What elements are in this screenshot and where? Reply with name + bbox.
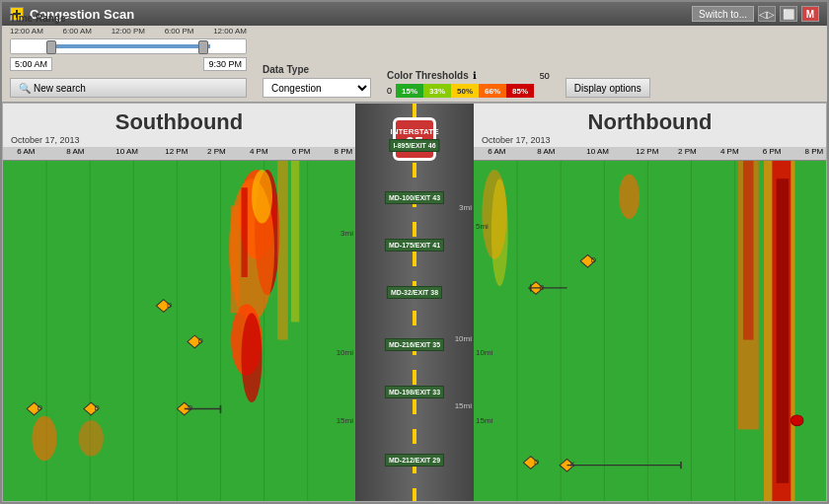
- slider-track: [46, 44, 211, 48]
- ct-range-min: 0: [387, 86, 392, 96]
- svg-rect-16: [231, 205, 239, 313]
- svg-text:D: D: [197, 338, 202, 344]
- highway-panel: INTERSTATE 95 I-895/EXIT 46 MD-100/EXIT …: [355, 104, 474, 501]
- svg-point-20: [32, 416, 56, 461]
- ct-seg-33: 33%: [423, 84, 451, 98]
- exit-md100: MD-100/EXIT 43: [385, 191, 444, 204]
- sb-time-8pm: 8 PM: [335, 147, 353, 156]
- main-content: Southbound October 17, 2013 6 AM 8 AM 10…: [2, 103, 827, 502]
- sb-mile-10: 10mi: [337, 348, 353, 357]
- nb-time-2pm: 2 PM: [678, 147, 697, 156]
- nb-heatmap-svg: D D D K: [474, 161, 826, 501]
- toolbar: Time Range 12:00 AM 6:00 AM 12:00 PM 6:0…: [2, 26, 827, 103]
- ct-seg-85: 85%: [506, 84, 534, 98]
- expand-button[interactable]: ⬜: [780, 6, 797, 22]
- exit-md32: MD-32/EXIT 38: [387, 286, 442, 299]
- share-button[interactable]: ◁▷: [758, 6, 776, 22]
- svg-rect-46: [743, 161, 754, 340]
- ct-seg-66: 66%: [479, 84, 506, 98]
- sb-time-10am: 10 AM: [115, 147, 138, 156]
- data-type-label: Data Type: [263, 64, 371, 75]
- time-range-group: Time Range 12:00 AM 6:00 AM 12:00 PM 6:0…: [10, 13, 247, 98]
- svg-rect-2: [3, 161, 355, 501]
- nb-time-8am: 8 AM: [537, 147, 555, 156]
- northbound-date: October 17, 2013: [480, 135, 553, 145]
- c-mile-3: 3mi: [459, 203, 472, 212]
- display-options-group: Display options: [565, 58, 650, 98]
- svg-rect-19: [291, 161, 299, 322]
- time-end-value: 9:30 PM: [203, 57, 247, 71]
- time-range-label: Time Range: [10, 13, 247, 24]
- exit-md212: MD-212/EXIT 29: [385, 454, 444, 467]
- svg-point-50: [791, 415, 803, 426]
- color-threshold-bar: 15% 33% 50% 66% 85%: [396, 84, 534, 98]
- color-thresholds-group: Color Thresholds ℹ 50 0 15% 33% 50% 66% …: [387, 70, 550, 98]
- nb-time-8pm: 8 PM: [805, 147, 824, 156]
- nb-heatmap: D D D K 5mi 10mi: [474, 161, 826, 501]
- slider-handle-right[interactable]: [198, 40, 208, 54]
- c-mile-10: 10mi: [455, 334, 472, 343]
- svg-text:D: D: [534, 459, 539, 465]
- search-icon: 🔍: [19, 83, 31, 94]
- time-mark-2: 12:00 PM: [112, 27, 145, 36]
- ct-bar-row: 0 15% 33% 50% 66% 85%: [387, 84, 550, 98]
- nb-time-12pm: 12 PM: [636, 147, 658, 156]
- ct-header-row: Color Thresholds ℹ 50: [387, 70, 550, 81]
- switch-to-button[interactable]: Switch to...: [692, 6, 754, 22]
- ct-seg-50: 50%: [451, 84, 479, 98]
- svg-text:D: D: [591, 257, 596, 263]
- nb-time-10am: 10 AM: [586, 147, 609, 156]
- time-mark-0: 12:00 AM: [10, 27, 43, 36]
- exit-md175: MD-175/EXIT 41: [385, 239, 444, 252]
- svg-point-13: [252, 170, 272, 223]
- svg-rect-17: [242, 187, 248, 277]
- svg-rect-44: [777, 179, 790, 483]
- sb-heatmap-svg: D D D D D: [3, 161, 355, 501]
- display-options-button[interactable]: Display options: [565, 78, 650, 98]
- sb-mile-3: 3mi: [340, 229, 353, 238]
- nb-time-4pm: 4 PM: [720, 147, 739, 156]
- southbound-panel: Southbound October 17, 2013 6 AM 8 AM 10…: [3, 104, 355, 501]
- nb-time-axis: 6 AM 8 AM 10 AM 12 PM 2 PM 4 PM 6 PM 8 P…: [474, 147, 826, 161]
- time-range-marks: 12:00 AM 6:00 AM 12:00 PM 6:00 PM 12:00 …: [10, 27, 247, 36]
- svg-text:D: D: [167, 302, 172, 308]
- new-search-button[interactable]: 🔍 New search: [10, 78, 247, 98]
- sb-time-6am: 6 AM: [17, 147, 35, 156]
- time-mark-3: 6:00 PM: [165, 27, 194, 36]
- color-thresholds-label: Color Thresholds: [387, 70, 469, 81]
- northbound-title: Northbound: [588, 109, 713, 135]
- sb-time-4pm: 4 PM: [250, 147, 268, 156]
- svg-point-48: [491, 179, 508, 286]
- southbound-title: Southbound: [115, 109, 244, 135]
- sb-mile-15: 15mi: [337, 416, 353, 425]
- slider-handle-left[interactable]: [46, 40, 56, 54]
- ct-seg-15: 15%: [396, 84, 423, 98]
- svg-point-49: [619, 175, 640, 219]
- title-bar-right: Switch to... ◁▷ ⬜ M: [692, 6, 819, 22]
- data-type-select[interactable]: Congestion: [263, 78, 371, 98]
- exit-md198: MD-198/EXIT 33: [385, 386, 444, 398]
- time-values-row: 5:00 AM 9:30 PM: [10, 57, 247, 71]
- menu-button[interactable]: M: [801, 6, 819, 22]
- svg-text:D: D: [38, 405, 42, 411]
- time-start-value: 5:00 AM: [10, 57, 52, 71]
- ct-range-max: 50: [540, 71, 550, 81]
- app-window: Congestion Scan Switch to... ◁▷ ⬜ M Time…: [0, 0, 829, 504]
- c-mile-15: 15mi: [455, 401, 472, 410]
- sb-time-2pm: 2 PM: [207, 147, 226, 156]
- sb-time-12pm: 12 PM: [165, 147, 188, 156]
- time-mark-1: 6:00 AM: [63, 27, 92, 36]
- nb-mile-5: 5mi: [476, 222, 489, 231]
- nb-mile-10: 10mi: [476, 348, 492, 357]
- sb-time-8am: 8 AM: [66, 147, 84, 156]
- svg-rect-18: [277, 161, 288, 340]
- svg-text:D: D: [94, 405, 99, 411]
- time-range-slider[interactable]: [10, 38, 247, 54]
- nb-mile-15: 15mi: [476, 416, 492, 425]
- sb-time-axis: 6 AM 8 AM 10 AM 12 PM 2 PM 4 PM 6 PM 8 P…: [3, 147, 355, 161]
- sb-heatmap: D D D D D 3mi 10mi 15mi: [3, 161, 355, 501]
- nb-time-6am: 6 AM: [488, 147, 505, 156]
- ct-info-icon[interactable]: ℹ: [473, 70, 477, 81]
- road-center-line: [413, 104, 416, 501]
- southbound-date: October 17, 2013: [9, 135, 82, 145]
